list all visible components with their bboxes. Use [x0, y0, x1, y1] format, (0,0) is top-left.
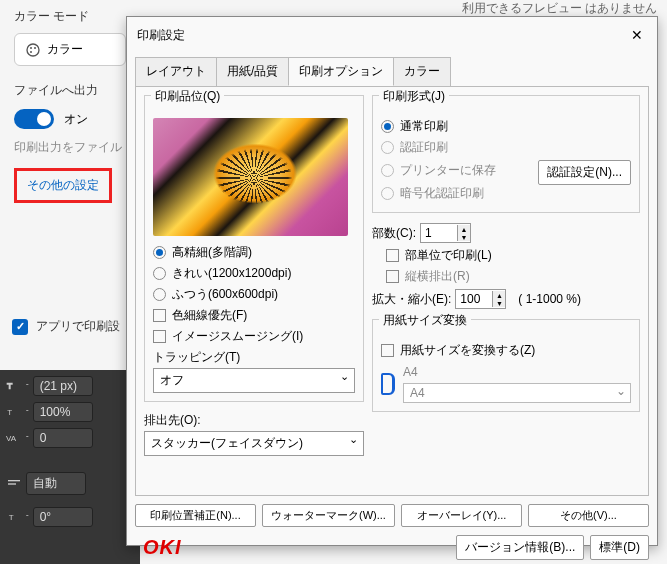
output-desc: 印刷出力をファイル	[14, 139, 126, 156]
quality-title: 印刷品位(Q)	[151, 88, 224, 105]
tab-print-options[interactable]: 印刷オプション	[288, 57, 394, 86]
quality-normal-label: ふつう(600x600dpi)	[172, 286, 278, 303]
copies-down[interactable]: ▼	[458, 233, 470, 241]
position-correction-button[interactable]: 印刷位置補正(N)...	[135, 504, 256, 527]
kern-dd[interactable]: 0	[33, 428, 93, 448]
brand-logo: OKI	[143, 536, 182, 559]
copies-input[interactable]	[421, 224, 457, 242]
svg-text:T: T	[9, 513, 14, 522]
default-button[interactable]: 標準(D)	[590, 535, 649, 560]
thin-line-label: 色細線優先(F)	[172, 307, 247, 324]
trapping-label: トラッピング(T)	[153, 349, 355, 366]
paper-size-group: 用紙サイズ変換 用紙サイズを変換する(Z) A4 A4	[372, 319, 640, 412]
convert-size-checkbox[interactable]	[381, 344, 394, 357]
tools-panel: ˇ(21 px) Tˇ100% VAˇ0 自動 Tˇ0°	[0, 370, 140, 564]
paper-icon	[381, 373, 395, 395]
scale-icon: T	[6, 404, 22, 420]
angle-dd[interactable]: 0°	[33, 507, 93, 527]
format-auth-label: 認証印刷	[400, 139, 448, 156]
scale-up[interactable]: ▲	[493, 291, 505, 299]
other-settings-link[interactable]: その他の設定	[27, 178, 99, 192]
format-radio-normal[interactable]	[381, 120, 394, 133]
trapping-select[interactable]: オフ	[153, 368, 355, 393]
color-button-label: カラー	[47, 41, 83, 58]
format-radio-auth[interactable]	[381, 141, 394, 154]
preview-image	[153, 118, 348, 236]
app-print-checkbox[interactable]: ✓	[12, 319, 28, 335]
close-button[interactable]: ✕	[627, 25, 647, 45]
dialog-title: 印刷設定	[137, 27, 185, 44]
other-settings-highlight: その他の設定	[14, 168, 112, 203]
other-button[interactable]: その他(V)...	[528, 504, 649, 527]
paper-size-select[interactable]: A4	[403, 383, 631, 403]
format-radio-encrypt[interactable]	[381, 187, 394, 200]
svg-text:VA: VA	[6, 434, 17, 443]
scale-dd[interactable]: 100%	[33, 402, 93, 422]
thin-line-checkbox[interactable]	[153, 309, 166, 322]
copies-label: 部数(C):	[372, 225, 416, 242]
scale-down[interactable]: ▼	[493, 299, 505, 307]
quality-fine-label: きれい(1200x1200dpi)	[172, 265, 291, 282]
rotate-stack-checkbox[interactable]	[386, 270, 399, 283]
svg-point-3	[30, 51, 32, 53]
smoothing-label: イメージスムージング(I)	[172, 328, 303, 345]
format-normal-label: 通常印刷	[400, 118, 448, 135]
output-toggle[interactable]	[14, 109, 54, 129]
copies-spinner[interactable]: ▲▼	[420, 223, 471, 243]
collate-label: 部単位で印刷(L)	[405, 247, 492, 264]
paper-a4-label: A4	[403, 365, 631, 379]
palette-icon	[25, 42, 41, 58]
quality-high-label: 高精細(多階調)	[172, 244, 252, 261]
paper-size-title: 用紙サイズ変換	[379, 312, 471, 329]
quality-radio-fine[interactable]	[153, 267, 166, 280]
format-radio-save[interactable]	[381, 164, 394, 177]
text-size-icon	[6, 378, 22, 394]
format-save-label: プリンターに保存	[400, 162, 496, 179]
tab-paper-quality[interactable]: 用紙/品質	[216, 57, 289, 86]
dest-select[interactable]: スタッカー(フェイスダウン)	[144, 431, 364, 456]
font-size-dd[interactable]: (21 px)	[33, 376, 93, 396]
quality-radio-high[interactable]	[153, 246, 166, 259]
overlay-button[interactable]: オーバーレイ(Y)...	[401, 504, 522, 527]
svg-point-0	[27, 44, 39, 56]
toggle-on-label: オン	[64, 111, 88, 128]
rotate-stack-label: 縦横排出(R)	[405, 268, 470, 285]
scale-input[interactable]	[456, 290, 492, 308]
kerning-icon: VA	[6, 430, 22, 446]
collate-checkbox[interactable]	[386, 249, 399, 262]
auth-settings-button[interactable]: 認証設定(N)...	[538, 160, 631, 185]
rotate-icon: T	[6, 509, 22, 525]
copies-up[interactable]: ▲	[458, 225, 470, 233]
svg-point-1	[30, 47, 32, 49]
convert-size-label: 用紙サイズを変換する(Z)	[400, 342, 535, 359]
tab-layout[interactable]: レイアウト	[135, 57, 217, 86]
scale-spinner[interactable]: ▲▼	[455, 289, 506, 309]
svg-rect-7	[8, 483, 16, 484]
align-icon	[6, 476, 22, 492]
scale-range: ( 1-1000 %)	[518, 292, 581, 306]
format-group: 印刷形式(J) 通常印刷 認証印刷 プリンターに保存 認証設定(N)... 暗号…	[372, 95, 640, 213]
watermark-button[interactable]: ウォーターマーク(W)...	[262, 504, 395, 527]
svg-point-2	[34, 47, 36, 49]
quality-group: 印刷品位(Q) 高精細(多階調) きれい(1200x1200dpi) ふつう(6…	[144, 95, 364, 402]
smoothing-checkbox[interactable]	[153, 330, 166, 343]
color-button[interactable]: カラー	[14, 33, 126, 66]
quality-radio-normal[interactable]	[153, 288, 166, 301]
svg-text:T: T	[7, 408, 12, 417]
format-title: 印刷形式(J)	[379, 88, 449, 105]
preview-na-label: 利用できるフレビュー はありません	[462, 0, 657, 17]
app-print-label: アプリで印刷設	[36, 318, 120, 335]
auto-dd[interactable]: 自動	[26, 472, 86, 495]
output-file-label: ファイルへ出力	[14, 82, 126, 99]
version-button[interactable]: バージョン情報(B)...	[456, 535, 584, 560]
dest-label: 排出先(O):	[144, 412, 364, 429]
format-encrypt-label: 暗号化認証印刷	[400, 185, 484, 202]
color-mode-label: カラー モード	[14, 8, 126, 25]
svg-rect-6	[8, 480, 20, 481]
print-settings-dialog: 印刷設定 ✕ レイアウト 用紙/品質 印刷オプション カラー 印刷品位(Q) 高…	[126, 16, 658, 546]
tab-color[interactable]: カラー	[393, 57, 451, 86]
scale-label: 拡大・縮小(E):	[372, 291, 451, 308]
